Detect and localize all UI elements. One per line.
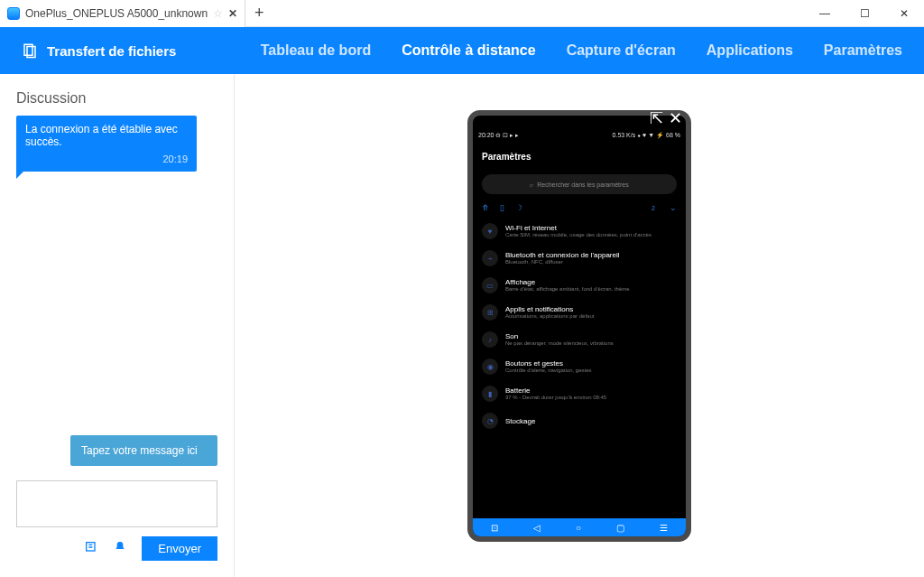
- tab-close-icon[interactable]: ✕: [228, 7, 237, 20]
- settings-item-subtitle: Bluetooth, NFC, diffuser: [505, 259, 677, 265]
- settings-item-title: Son: [505, 332, 677, 340]
- phone-page-title: Paramètres: [473, 143, 686, 167]
- close-remote-icon[interactable]: ✕: [669, 108, 682, 128]
- main-nav: Tableau de bord Contrôle à distance Capt…: [261, 42, 902, 59]
- window-titlebar: OnePlus_ONEPLUS A5000_unknown ☆ ✕ + — ☐ …: [0, 0, 924, 27]
- chat-system-message: La connexion a été établie avec succès. …: [16, 116, 197, 172]
- chat-input[interactable]: [16, 480, 217, 527]
- menu-icon[interactable]: ☰: [660, 523, 668, 533]
- status-left: 20:20 ⊖ ⊡ ▸ ▸: [478, 132, 519, 139]
- settings-item-icon: ◉: [482, 358, 498, 375]
- settings-item-title: Wi-Fi et Internet: [505, 224, 677, 232]
- quick-icon-3[interactable]: ☽: [515, 203, 522, 212]
- phone-quick-row: ⤊ ▯ ☽ 2 ⌄: [482, 203, 677, 212]
- phone-settings-list: ♥Wi-Fi et InternetCarte SIM, réseau mobi…: [473, 218, 686, 434]
- phone-settings-item[interactable]: ◔Stockage: [480, 407, 679, 434]
- settings-item-subtitle: Ne pas déranger, mode silencieux, vibrat…: [505, 340, 677, 347]
- phone-settings-item[interactable]: ▭AffichageBarre d'état, affichage ambian…: [480, 272, 679, 299]
- tab-applications[interactable]: Applications: [707, 42, 793, 59]
- phone-search-placeholder: Rechercher dans les paramètres: [537, 181, 629, 188]
- settings-item-icon: ⊞: [482, 304, 498, 321]
- settings-item-subtitle: Carte SIM, réseau mobile, usage des donn…: [505, 232, 677, 238]
- window-minimize-icon[interactable]: —: [805, 0, 845, 27]
- phone-settings-item[interactable]: ◉Boutons et gestesContrôle d'alerte, nav…: [480, 353, 679, 380]
- quick-icon-1[interactable]: ⤊: [482, 203, 489, 212]
- settings-item-icon: ♪: [482, 331, 498, 348]
- window-controls: — ☐ ✕: [805, 0, 924, 27]
- settings-item-subtitle: Barre d'état, affichage ambiant, fond d'…: [505, 286, 677, 293]
- app-header: Transfert de fichiers Tableau de bord Co…: [0, 27, 924, 74]
- settings-item-title: Batterie: [505, 386, 677, 395]
- phone-settings-item[interactable]: ♥Wi-Fi et InternetCarte SIM, réseau mobi…: [480, 218, 679, 245]
- phone-settings-item[interactable]: ▮Batterie37 % - Devrait durer jusqu'à en…: [480, 380, 679, 407]
- settings-item-title: Affichage: [505, 278, 677, 286]
- remote-screen-stage: ⇱ ✕ 20:20 ⊖ ⊡ ▸ ▸ 0.53 K/s ⬥ ♥ ▼ ⚡ 68 % …: [235, 74, 924, 577]
- popout-icon[interactable]: ⇱: [650, 108, 663, 128]
- phone-settings-item[interactable]: ♪SonNe pas déranger, mode silencieux, vi…: [480, 326, 679, 353]
- quick-icon-2[interactable]: ▯: [500, 203, 504, 212]
- send-button[interactable]: Envoyer: [142, 536, 217, 561]
- tab-settings[interactable]: Paramètres: [824, 42, 902, 59]
- settings-item-subtitle: Autorisations, applications par défaut: [505, 313, 677, 320]
- phone-settings-item[interactable]: ⊞Applis et notificationsAutorisations, a…: [480, 299, 679, 326]
- settings-item-title: Applis et notifications: [505, 305, 677, 313]
- tv-app-icon[interactable]: ⊡: [491, 523, 498, 533]
- phone-search-bar[interactable]: ⌕ Rechercher dans les paramètres: [482, 174, 677, 194]
- quick-badge: 2: [651, 205, 655, 211]
- file-transfer-icon: [22, 42, 38, 59]
- chat-message-time: 20:19: [25, 154, 188, 164]
- chat-title: Discussion: [16, 90, 217, 107]
- recents-icon[interactable]: ▢: [616, 523, 624, 533]
- search-icon: ⌕: [530, 181, 533, 188]
- status-right: 0.53 K/s ⬥ ♥ ▼ ⚡ 68 %: [613, 132, 680, 139]
- phone-nav-bar: ⊡ ◁ ○ ▢ ☰: [473, 518, 686, 536]
- file-transfer-button[interactable]: Transfert de fichiers: [22, 42, 176, 59]
- browser-tab[interactable]: OnePlus_ONEPLUS A5000_unknown ☆ ✕: [0, 0, 245, 27]
- tab-screenshot[interactable]: Capture d'écran: [567, 42, 676, 59]
- star-icon[interactable]: ☆: [213, 7, 223, 20]
- phone-status-bar: 20:20 ⊖ ⊡ ▸ ▸ 0.53 K/s ⬥ ♥ ▼ ⚡ 68 %: [473, 128, 686, 143]
- settings-item-icon: ▮: [482, 386, 498, 402]
- teamviewer-icon: [7, 7, 20, 20]
- settings-item-icon: ◔: [482, 413, 498, 429]
- back-icon[interactable]: ◁: [533, 523, 541, 533]
- window-close-icon[interactable]: ✕: [884, 0, 924, 27]
- window-maximize-icon[interactable]: ☐: [845, 0, 884, 27]
- tab-dashboard[interactable]: Tableau de bord: [261, 42, 371, 59]
- file-transfer-label: Transfert de fichiers: [47, 43, 176, 59]
- settings-item-title: Stockage: [505, 417, 677, 425]
- tab-remote-control[interactable]: Contrôle à distance: [402, 42, 535, 59]
- nudge-icon[interactable]: [113, 540, 127, 558]
- chat-hint-bubble: Tapez votre message ici: [70, 435, 217, 466]
- remote-device-screen[interactable]: 20:20 ⊖ ⊡ ▸ ▸ 0.53 K/s ⬥ ♥ ▼ ⚡ 68 % Para…: [467, 110, 691, 542]
- chevron-down-icon[interactable]: ⌄: [670, 203, 677, 212]
- chat-message-text: La connexion a été établie avec succès.: [25, 123, 188, 148]
- chat-toolbar: Envoyer: [16, 536, 217, 561]
- phone-settings-item[interactable]: ⌁Bluetooth et connexion de l'appareilBlu…: [480, 245, 679, 272]
- home-icon[interactable]: ○: [576, 523, 581, 533]
- new-tab-button[interactable]: +: [245, 4, 273, 23]
- settings-item-title: Bluetooth et connexion de l'appareil: [505, 251, 677, 259]
- tab-title: OnePlus_ONEPLUS A5000_unknown: [25, 7, 208, 20]
- attach-file-icon[interactable]: [84, 540, 98, 558]
- settings-item-title: Boutons et gestes: [505, 359, 677, 368]
- settings-item-icon: ⌁: [482, 250, 498, 266]
- settings-item-icon: ▭: [482, 277, 498, 293]
- settings-item-subtitle: 37 % - Devrait durer jusqu'à environ 08:…: [505, 395, 677, 401]
- chat-sidebar: Discussion La connexion a été établie av…: [0, 74, 235, 577]
- settings-item-icon: ♥: [482, 223, 498, 239]
- settings-item-subtitle: Contrôle d'alerte, navigation, gestes: [505, 368, 677, 374]
